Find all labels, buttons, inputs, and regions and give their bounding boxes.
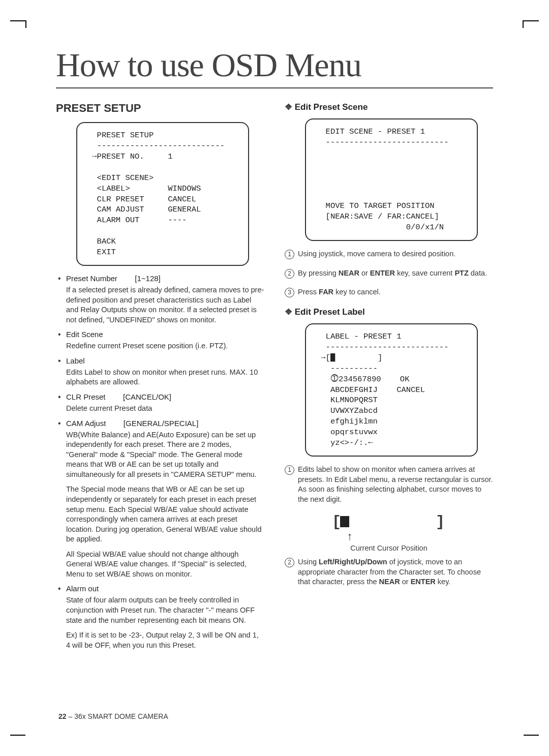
crop-mark [523, 20, 524, 28]
subsection-heading: Edit Preset Label [285, 307, 493, 317]
item-range: [1~128] [135, 274, 160, 283]
text: key to cancel. [333, 288, 381, 296]
step: Using joystick, move camera to desired p… [285, 249, 493, 259]
item-desc: Delete current Preset data [66, 404, 264, 414]
key-near: NEAR [339, 269, 359, 277]
item-desc: WB(White Balance) and AE(Auto Exposure) … [66, 430, 264, 480]
step: Press FAR key to cancel. [285, 287, 493, 297]
item-range: [CANCEL/OK] [123, 392, 171, 401]
item-preset-number: Preset Number [1~128] If a selected pres… [56, 274, 264, 325]
step: By pressing NEAR or ENTER key, save curr… [285, 268, 493, 279]
osd-screen-edit-scene: EDIT SCENE - PRESET 1 ------------------… [305, 118, 478, 241]
item-head: CAM Adjust [66, 419, 106, 428]
crop-mark [10, 20, 25, 21]
text: key, save current [395, 269, 454, 277]
text: Press [298, 288, 319, 296]
cursor-caption: Current Cursor Position [285, 544, 493, 552]
text: or [400, 578, 411, 586]
left-column: PRESET SETUP PRESET SETUP --------------… [56, 102, 264, 655]
text: Using [298, 558, 319, 566]
item-desc: Ex) If it is set to be -23-, Output rela… [66, 630, 264, 650]
step-text: Using joystick, move camera to desired p… [298, 250, 455, 258]
step-text: Edits label to show on monitor when came… [298, 465, 493, 503]
text: key. [436, 578, 451, 586]
numbered-steps: Edits label to show on monitor when came… [285, 465, 493, 504]
two-column-layout: PRESET SETUP PRESET SETUP --------------… [56, 102, 493, 655]
page-title: How to use OSD Menu [56, 46, 493, 88]
item-desc: The Special mode means that WB or AE can… [66, 485, 264, 544]
crop-mark [10, 735, 25, 736]
key-directions: Left/Right/Up/Down [319, 558, 387, 566]
product-name: 36x SMART DOME CAMERA [74, 712, 168, 720]
key-far: FAR [319, 288, 333, 296]
crop-mark [524, 735, 539, 736]
item-desc: All Special WB/AE value should not chang… [66, 550, 264, 580]
crop-mark [524, 20, 539, 21]
text: data. [469, 269, 487, 277]
subsection-heading: Edit Preset Scene [285, 102, 493, 112]
item-desc: Edits Label to show on monitor when pres… [66, 368, 264, 387]
section-heading: PRESET SETUP [56, 102, 264, 115]
right-column: Edit Preset Scene EDIT SCENE - PRESET 1 … [285, 102, 493, 655]
key-near: NEAR [379, 578, 400, 586]
item-alarm-out: Alarm out State of four alarm outputs ca… [56, 584, 264, 650]
cursor-brackets: [] [285, 513, 493, 531]
item-head: Preset Number [66, 274, 117, 283]
item-desc: State of four alarm outputs can be freel… [66, 595, 264, 625]
cursor-block-icon [340, 516, 349, 527]
osd-screen-edit-label: LABEL - PRESET 1 -----------------------… [305, 323, 478, 457]
item-clr-preset: CLR Preset [CANCEL/OK] Delete current Pr… [56, 392, 264, 414]
text: By pressing [298, 269, 339, 277]
cursor-figure: [] ↑ Current Cursor Position [285, 513, 493, 552]
item-desc: Redefine current Preset scene position (… [66, 341, 264, 351]
numbered-steps: Using joystick, move camera to desired p… [285, 249, 493, 297]
numbered-steps: Using Left/Right/Up/Down of joystick, mo… [285, 557, 493, 587]
key-enter: ENTER [370, 269, 395, 277]
item-label: Label Edits Label to show on monitor whe… [56, 356, 264, 387]
step: Using Left/Right/Up/Down of joystick, mo… [285, 557, 493, 587]
item-head: Label [66, 356, 85, 365]
item-edit-scene: Edit Scene Redefine current Preset scene… [56, 330, 264, 351]
key-enter: ENTER [411, 578, 436, 586]
document-page: How to use OSD Menu PRESET SETUP PRESET … [0, 0, 549, 756]
key-ptz: PTZ [454, 269, 468, 277]
text: or [359, 269, 370, 277]
item-desc: If a selected preset is already defined,… [66, 285, 264, 325]
item-range: [GENERAL/SPECIAL] [124, 419, 199, 428]
page-number: 22 [58, 712, 67, 720]
item-cam-adjust: CAM Adjust [GENERAL/SPECIAL] WB(White Ba… [56, 419, 264, 580]
item-head: Alarm out [66, 584, 99, 593]
footer-sep: – [67, 712, 75, 720]
step: Edits label to show on monitor when came… [285, 465, 493, 504]
osd-screen-preset-setup: PRESET SETUP ---------------------------… [76, 122, 249, 266]
page-footer: 22 – 36x SMART DOME CAMERA [58, 712, 168, 720]
item-head: CLR Preset [66, 392, 106, 401]
item-head: Edit Scene [66, 330, 103, 339]
crop-mark [25, 20, 26, 28]
